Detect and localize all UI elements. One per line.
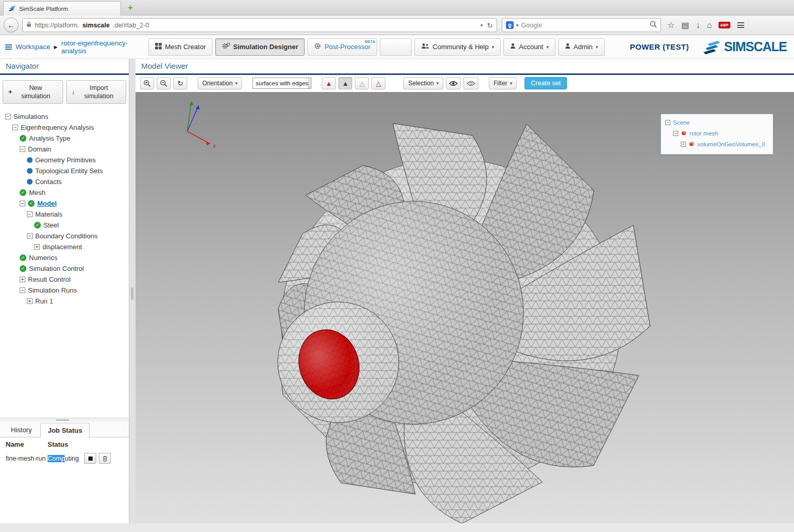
tree-item-analysis-type[interactable]: ✓Analysis Type	[0, 133, 129, 144]
panel-splitter-vertical[interactable]	[129, 59, 136, 523]
search-icon[interactable]	[650, 21, 657, 29]
tree-item-domain[interactable]: −Domain	[0, 144, 129, 155]
check-icon: ✓	[20, 189, 26, 196]
minus-toggle-icon[interactable]: −	[27, 233, 33, 239]
tree-item-numerics[interactable]: ✓Numerics	[0, 252, 129, 263]
menu-admin[interactable]: Admin ▾	[558, 38, 605, 56]
download-icon[interactable]: ↓	[696, 21, 700, 30]
tree-item-geometry-primitives[interactable]: Geometry Primitives	[0, 155, 129, 165]
tree-item-eigenfrequency-analysis[interactable]: −Eigenfrequency Analysis	[0, 122, 129, 133]
adblock-badge[interactable]: ABP	[718, 22, 730, 28]
column-name: Name	[0, 440, 48, 448]
cone-red-button[interactable]: ▲	[322, 77, 336, 89]
zoom-out-button[interactable]	[157, 77, 171, 89]
create-set-button[interactable]: Create set	[525, 77, 567, 89]
gear-icon	[314, 42, 321, 51]
refresh-view-button[interactable]: ↻	[173, 77, 187, 89]
minus-toggle-icon[interactable]: −	[20, 201, 25, 206]
tree-item-steel[interactable]: ✓Steel	[0, 220, 129, 231]
url-dropdown-icon[interactable]: ▾	[481, 23, 483, 28]
bullet-icon	[27, 179, 33, 185]
hide-visibility-button[interactable]	[463, 77, 478, 89]
home-icon[interactable]: ⌂	[707, 21, 712, 30]
cone-outline-red-button[interactable]: △	[371, 77, 385, 89]
chevron-down-icon: ▾	[235, 81, 238, 86]
plus-toggle-icon[interactable]: +	[20, 277, 25, 282]
tree-item-model[interactable]: −✓Model	[0, 198, 129, 209]
beta-badge: BETA	[365, 39, 375, 44]
rotor-mesh-render	[136, 92, 794, 523]
tree-item-run-1[interactable]: +Run 1	[0, 296, 129, 307]
cone-light-button[interactable]: △	[355, 77, 369, 89]
selection-button[interactable]: Selection ▾	[403, 77, 443, 89]
cone-dark-button[interactable]: ▲	[338, 77, 352, 89]
menu-community-help[interactable]: Community & Help ▾	[414, 38, 501, 56]
axis-triad: x	[162, 94, 224, 151]
tree-item-topological-entity-sets[interactable]: Topological Entity Sets	[0, 165, 129, 176]
new-tab-button[interactable]: +	[124, 2, 137, 13]
minus-toggle-icon[interactable]: −	[20, 287, 25, 293]
tree-item-mesh[interactable]: ✓Mesh	[0, 187, 129, 198]
minus-toggle-icon[interactable]: −	[27, 211, 33, 217]
tree-item-boundary-conditions[interactable]: −Boundary Conditions	[0, 231, 129, 241]
url-bar[interactable]: https://platform.simscale.de/#tab_2-0 ▾ …	[22, 18, 497, 32]
minus-toggle-icon[interactable]: −	[12, 125, 18, 130]
plus-toggle-icon[interactable]: +	[681, 142, 686, 147]
zoom-in-button[interactable]	[140, 77, 154, 89]
render-mode-select[interactable]: surfaces with edges ▼	[252, 78, 311, 89]
tree-item-displacement[interactable]: +displacement	[0, 241, 129, 252]
minus-toggle-icon[interactable]: −	[665, 120, 670, 125]
navigator-panel: Navigator + New simulation ↓ Import simu…	[0, 59, 129, 523]
empty-tab[interactable]	[380, 38, 412, 56]
bookmarks-panel-icon[interactable]: ▤	[681, 20, 689, 30]
tree-item-simulations[interactable]: −Simulations	[0, 111, 129, 122]
trash-icon	[102, 455, 108, 462]
scene-item-rotor-mesh[interactable]: −rotor mesh	[661, 128, 773, 139]
minus-toggle-icon[interactable]: −	[20, 146, 25, 152]
select-arrow-icon: ▼	[308, 78, 311, 88]
tab-history[interactable]: History	[4, 422, 39, 437]
minus-toggle-icon[interactable]: −	[5, 114, 11, 119]
filter-button[interactable]: Filter ▾	[489, 77, 517, 89]
tree-item-simulation-runs[interactable]: −Simulation Runs	[0, 285, 129, 296]
import-simulation-button[interactable]: ↓ Import simulation	[66, 80, 127, 104]
column-status: Status	[48, 440, 68, 448]
delete-job-button[interactable]	[99, 453, 111, 464]
cone-red-icon: ▲	[325, 80, 332, 87]
back-button[interactable]: ←	[4, 18, 19, 33]
tab-simulation-designer[interactable]: Simulation Designer	[215, 38, 305, 56]
orientation-button[interactable]: Orientation ▾	[198, 77, 242, 89]
minus-toggle-icon[interactable]: −	[673, 131, 678, 136]
tab-mesh-creator[interactable]: Mesh Creator	[148, 38, 213, 56]
plus-toggle-icon[interactable]: +	[34, 244, 40, 250]
job-row: fine-mesh-runComputing	[0, 451, 129, 465]
reload-icon[interactable]: ↻	[487, 21, 493, 29]
tree-item-result-control[interactable]: +Result Control	[0, 274, 129, 285]
bullet-icon	[27, 168, 33, 174]
scene-item-label: rotor mesh	[690, 130, 718, 136]
workspace-icon	[5, 44, 12, 50]
search-bar[interactable]: g ▾ Google	[502, 18, 661, 32]
tab-post-processor[interactable]: Post-Processor BETA	[307, 38, 377, 56]
lock-icon	[26, 21, 32, 29]
menu-account[interactable]: Account ▾	[503, 38, 556, 56]
bookmark-star-icon[interactable]: ☆	[667, 20, 675, 30]
stop-job-button[interactable]	[84, 453, 96, 464]
tree-item-simulation-control[interactable]: ✓Simulation Control	[0, 263, 129, 274]
workspace-breadcrumb[interactable]: Workspace ▶ rotor-eigenfrequency-analysi…	[5, 39, 146, 55]
tree-item-materials[interactable]: −Materials	[0, 209, 129, 220]
tree-item-contacts[interactable]: Contacts	[0, 176, 129, 187]
tree-item-label: Domain	[28, 145, 51, 153]
scene-item-scene[interactable]: −Scene	[661, 117, 773, 128]
panel-splitter-horizontal[interactable]	[0, 418, 129, 421]
new-simulation-button[interactable]: + New simulation	[3, 80, 63, 104]
plus-toggle-icon[interactable]: +	[27, 298, 33, 304]
tab-job-status[interactable]: Job Status	[40, 423, 89, 437]
menu-icon[interactable]	[737, 22, 744, 28]
viewport-3d[interactable]: x −Scene−rotor mesh+volumeOnGeoVolumes_0	[136, 92, 794, 523]
browser-tab[interactable]: SimScale Platform	[3, 1, 121, 16]
tree-item-label: Geometry Primitives	[35, 156, 96, 164]
engine-dropdown-icon[interactable]: ▾	[516, 23, 519, 28]
show-visibility-button[interactable]	[446, 77, 461, 89]
scene-item-volumeongeovolumes-0[interactable]: +volumeOnGeoVolumes_0	[661, 139, 773, 149]
